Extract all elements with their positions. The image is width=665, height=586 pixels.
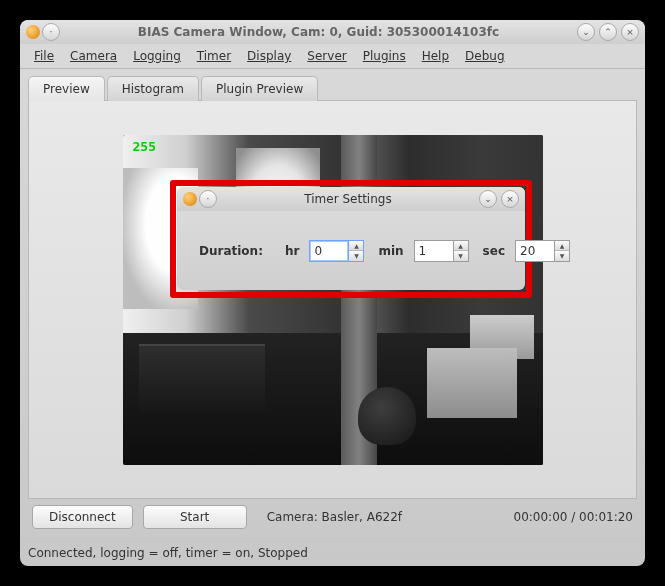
menu-file[interactable]: File: [28, 47, 60, 65]
dialog-menu-button[interactable]: ·: [199, 190, 217, 208]
tab-histogram[interactable]: Histogram: [107, 76, 199, 101]
tab-preview[interactable]: Preview: [28, 76, 105, 101]
app-icon: [26, 25, 40, 39]
time-label: 00:00:00 / 00:01:20: [514, 510, 633, 524]
dialog-minimize-button[interactable]: ⌄: [479, 190, 497, 208]
disconnect-button[interactable]: Disconnect: [32, 505, 133, 529]
menu-timer[interactable]: Timer: [191, 47, 237, 65]
pixel-value: 255: [133, 139, 156, 154]
menu-plugins[interactable]: Plugins: [357, 47, 412, 65]
min-label: min: [378, 244, 403, 258]
duration-label: Duration:: [199, 244, 263, 258]
status-bar: Connected, logging = off, timer = on, St…: [20, 539, 645, 566]
min-value[interactable]: 1: [414, 240, 453, 262]
menubar: File Camera Logging Timer Display Server…: [20, 44, 645, 69]
preview-pane: 255: [28, 101, 637, 499]
menu-help[interactable]: Help: [416, 47, 455, 65]
hr-up-icon[interactable]: ▲: [349, 241, 363, 252]
min-field[interactable]: 1 ▲▼: [414, 240, 469, 262]
camera-label: Camera: Basler, A622f: [267, 510, 402, 524]
dialog-close-button[interactable]: ×: [501, 190, 519, 208]
hr-down-icon[interactable]: ▼: [349, 251, 363, 261]
titlebar: · BIAS Camera Window, Cam: 0, Guid: 3053…: [20, 20, 645, 44]
sec-up-icon[interactable]: ▲: [555, 241, 569, 252]
menu-logging[interactable]: Logging: [127, 47, 187, 65]
app-icon: [183, 192, 197, 206]
hr-label: hr: [285, 244, 299, 258]
maximize-button[interactable]: ⌃: [599, 23, 617, 41]
sec-value[interactable]: 20: [515, 240, 554, 262]
close-button[interactable]: ×: [621, 23, 639, 41]
window-title: BIAS Camera Window, Cam: 0, Guid: 305300…: [60, 25, 577, 39]
dialog-title: Timer Settings: [217, 192, 479, 206]
min-up-icon[interactable]: ▲: [454, 241, 468, 252]
menu-debug[interactable]: Debug: [459, 47, 510, 65]
menu-button[interactable]: ·: [42, 23, 60, 41]
menu-server[interactable]: Server: [301, 47, 352, 65]
hr-value[interactable]: 0: [309, 240, 348, 262]
hr-field[interactable]: 0 ▲▼: [309, 240, 364, 262]
menu-camera[interactable]: Camera: [64, 47, 123, 65]
sec-down-icon[interactable]: ▼: [555, 251, 569, 261]
sec-label: sec: [483, 244, 505, 258]
menu-display[interactable]: Display: [241, 47, 297, 65]
main-window: · BIAS Camera Window, Cam: 0, Guid: 3053…: [20, 20, 645, 566]
tab-plugin-preview[interactable]: Plugin Preview: [201, 76, 318, 101]
timer-settings-dialog: · Timer Settings ⌄ × Duration: hr 0 ▲▼ m…: [177, 187, 525, 290]
minimize-button[interactable]: ⌄: [577, 23, 595, 41]
bottom-bar: Disconnect Start Camera: Basler, A622f 0…: [28, 499, 637, 535]
start-button[interactable]: Start: [143, 505, 247, 529]
tab-row: Preview Histogram Plugin Preview: [28, 75, 637, 101]
sec-field[interactable]: 20 ▲▼: [515, 240, 570, 262]
min-down-icon[interactable]: ▼: [454, 251, 468, 261]
